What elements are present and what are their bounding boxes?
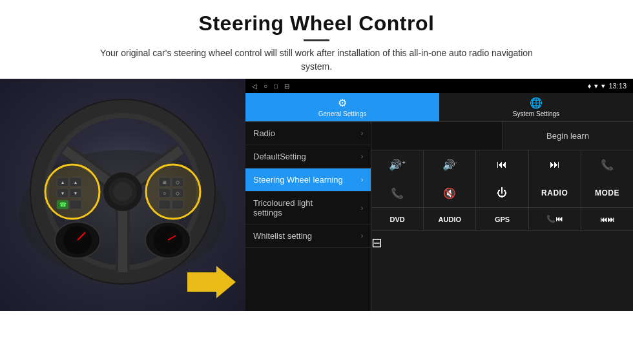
status-left: ◁ ○ □ ⊟ bbox=[252, 83, 289, 90]
hang-up-icon: 📞 bbox=[391, 187, 404, 199]
arrow-icon bbox=[187, 263, 239, 301]
prev-next-button[interactable]: ⏮⏭ bbox=[581, 208, 633, 230]
next-track-button[interactable]: ⏭ bbox=[529, 150, 581, 179]
power-button[interactable]: ⏻ bbox=[476, 179, 528, 207]
menu-item-default-setting[interactable]: DefaultSetting › bbox=[245, 145, 371, 168]
menu-item-tricoloured[interactable]: Tricoloured lightsettings › bbox=[245, 192, 371, 225]
menu-arrow-steering: › bbox=[361, 176, 363, 183]
svg-rect-35 bbox=[172, 200, 183, 209]
extra-icon-button[interactable]: ⊟ bbox=[371, 231, 382, 254]
call-icon: 📞 bbox=[601, 159, 614, 171]
volume-up-button[interactable]: 🔊+ bbox=[371, 150, 423, 179]
steering-wheel-bg: ▲ ▼ ▲ ▼ ☎ ⊞ ○ bbox=[0, 79, 245, 311]
svg-text:⊞: ⊞ bbox=[163, 180, 167, 185]
svg-text:▼: ▼ bbox=[61, 191, 65, 196]
mute-icon: 🔇 bbox=[443, 187, 456, 199]
tab-bar: ⚙ General Settings 🌐 System Settings bbox=[245, 93, 633, 122]
radio-button[interactable]: RADIO bbox=[529, 179, 581, 207]
ui-panel: ◁ ○ □ ⊟ ♦ ▾ ▾ 13:13 ⚙ General Settings bbox=[245, 79, 633, 311]
header-section: Steering Wheel Control Your original car… bbox=[0, 0, 633, 79]
begin-learn-row: Begin learn bbox=[371, 122, 633, 150]
menu-arrow-tricoloured: › bbox=[361, 205, 363, 212]
status-right: ♦ ▾ ▾ 13:13 bbox=[588, 82, 627, 90]
tab-general-settings[interactable]: ⚙ General Settings bbox=[245, 93, 439, 121]
menu-item-default-label: DefaultSetting bbox=[253, 152, 306, 161]
dvd-label: DVD bbox=[389, 216, 404, 223]
page-wrapper: Steering Wheel Control Your original car… bbox=[0, 0, 633, 364]
svg-text:☎: ☎ bbox=[59, 201, 67, 208]
location-icon: ♦ bbox=[588, 82, 592, 90]
dvd-button[interactable]: DVD bbox=[371, 208, 424, 230]
tab-general-label: General Settings bbox=[318, 110, 367, 117]
menu-arrow-whitelist: › bbox=[361, 232, 363, 239]
svg-rect-34 bbox=[159, 200, 171, 209]
svg-marker-42 bbox=[187, 266, 236, 298]
menu-icon: ⊟ bbox=[284, 83, 289, 90]
svg-text:▲: ▲ bbox=[61, 180, 65, 185]
volume-down-icon: 🔊- bbox=[442, 159, 457, 171]
panel-content: Radio › DefaultSetting › Steering Wheel … bbox=[245, 122, 633, 311]
prev-track-icon: ⏮ bbox=[497, 159, 507, 170]
wifi-icon: ▾ bbox=[594, 82, 598, 90]
control-area: Begin learn 🔊+ 🔊- ⏮ bbox=[371, 122, 633, 311]
bottom-row: DVD AUDIO GPS 📞⏮ ⏮⏭ bbox=[371, 207, 633, 230]
svg-text:▼: ▼ bbox=[74, 191, 78, 196]
call-button[interactable]: 📞 bbox=[581, 150, 633, 179]
signal-icon: ▾ bbox=[601, 82, 605, 90]
mode-label: MODE bbox=[595, 188, 619, 197]
svg-text:◇: ◇ bbox=[176, 190, 180, 196]
content-area: ▲ ▼ ▲ ▼ ☎ ⊞ ○ bbox=[0, 79, 633, 364]
svg-rect-24 bbox=[70, 200, 81, 209]
audio-label: AUDIO bbox=[439, 216, 461, 223]
menu-arrow-default: › bbox=[361, 153, 363, 160]
volume-down-button[interactable]: 🔊- bbox=[424, 150, 475, 179]
page-title: Steering Wheel Control bbox=[39, 12, 594, 35]
back-icon: ◁ bbox=[252, 83, 257, 90]
menu-item-whitelist-label: Whitelist setting bbox=[253, 231, 312, 241]
gps-label: GPS bbox=[495, 216, 510, 223]
extra-row: ⊟ bbox=[371, 230, 633, 254]
prev-track-button[interactable]: ⏮ bbox=[476, 150, 528, 179]
gps-button[interactable]: GPS bbox=[476, 208, 528, 230]
svg-text:◇: ◇ bbox=[176, 179, 180, 185]
svg-point-12 bbox=[113, 182, 132, 201]
menu-item-radio-label: Radio bbox=[253, 128, 275, 138]
title-divider bbox=[304, 39, 329, 41]
menu-item-steering-label: Steering Wheel learning bbox=[253, 175, 343, 185]
menu-item-steering-wheel[interactable]: Steering Wheel learning › bbox=[245, 168, 371, 192]
menu-list: Radio › DefaultSetting › Steering Wheel … bbox=[245, 122, 371, 311]
next-track-icon: ⏭ bbox=[550, 159, 560, 170]
begin-learn-button[interactable]: Begin learn bbox=[503, 122, 633, 150]
call-prev-icon: 📞⏮ bbox=[546, 215, 563, 223]
tab-system-settings[interactable]: 🌐 System Settings bbox=[439, 93, 633, 121]
menu-item-tricoloured-label: Tricoloured lightsettings bbox=[253, 198, 313, 217]
clock: 13:13 bbox=[608, 82, 627, 90]
mute-button[interactable]: 🔇 bbox=[424, 179, 475, 207]
radio-label: RADIO bbox=[541, 188, 568, 197]
home-icon: ○ bbox=[264, 83, 267, 90]
page-subtitle: Your original car's steering wheel contr… bbox=[90, 46, 543, 74]
menu-item-radio[interactable]: Radio › bbox=[245, 122, 371, 145]
menu-item-whitelist[interactable]: Whitelist setting › bbox=[245, 225, 371, 248]
globe-icon: 🌐 bbox=[530, 97, 543, 109]
audio-button[interactable]: AUDIO bbox=[424, 208, 476, 230]
extra-icon: ⊟ bbox=[371, 235, 382, 250]
volume-up-icon: 🔊+ bbox=[389, 159, 405, 171]
settings-gear-icon: ⚙ bbox=[338, 97, 347, 109]
mode-button[interactable]: MODE bbox=[581, 179, 633, 207]
svg-text:○: ○ bbox=[163, 190, 167, 196]
call-prev-button[interactable]: 📞⏮ bbox=[529, 208, 581, 230]
photo-area: ▲ ▼ ▲ ▼ ☎ ⊞ ○ bbox=[0, 79, 245, 311]
tab-system-label: System Settings bbox=[513, 110, 559, 117]
hang-up-button[interactable]: 📞 bbox=[371, 179, 423, 207]
menu-arrow-radio: › bbox=[361, 130, 363, 137]
blank-display-box bbox=[371, 122, 503, 150]
status-bar: ◁ ○ □ ⊟ ♦ ▾ ▾ 13:13 bbox=[245, 79, 633, 93]
svg-text:▲: ▲ bbox=[74, 180, 78, 185]
power-icon: ⏻ bbox=[497, 187, 507, 199]
prev-next-icon: ⏮⏭ bbox=[600, 216, 614, 223]
recents-icon: □ bbox=[274, 83, 278, 90]
